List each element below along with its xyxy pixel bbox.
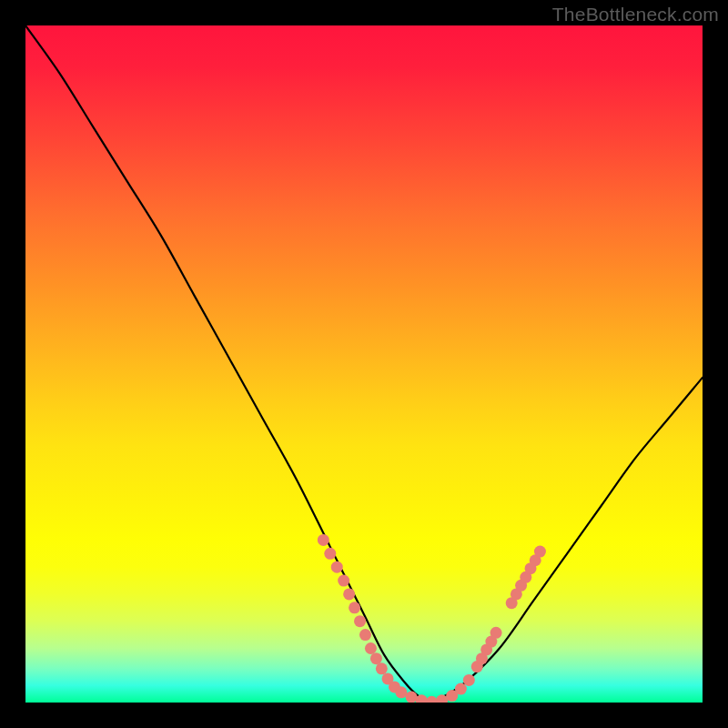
highlight-markers	[318, 534, 546, 703]
highlight-dot	[395, 686, 407, 698]
highlight-dot	[349, 602, 360, 613]
highlight-dot	[476, 652, 488, 664]
highlight-dot	[471, 661, 483, 672]
highlight-dot	[318, 534, 329, 546]
highlight-dot	[485, 636, 497, 648]
highlight-dot	[515, 580, 527, 592]
highlight-dot	[480, 643, 492, 655]
highlight-dot	[382, 672, 394, 684]
watermark-text: TheBottleneck.com	[552, 4, 719, 25]
highlight-dot	[534, 546, 546, 558]
highlight-dot	[463, 674, 475, 686]
highlight-dot	[389, 681, 400, 693]
highlight-dot	[446, 690, 458, 702]
chart-svg	[25, 25, 703, 703]
highlight-dot	[520, 571, 531, 583]
highlight-dot	[416, 694, 428, 703]
highlight-dot	[370, 652, 382, 664]
highlight-dot	[343, 588, 355, 600]
highlight-dot	[354, 615, 366, 627]
highlight-dot	[426, 696, 438, 703]
highlight-dot	[365, 642, 377, 654]
highlight-dot	[455, 683, 467, 695]
highlight-dot	[338, 575, 349, 587]
highlight-dot	[436, 694, 448, 703]
chart-plot-area	[25, 25, 703, 703]
highlight-dot	[530, 554, 541, 566]
highlight-dot	[525, 562, 537, 574]
highlight-dot	[406, 692, 418, 703]
highlight-dot	[376, 662, 388, 674]
highlight-dot	[359, 629, 371, 641]
highlight-dot	[506, 597, 518, 609]
highlight-dot	[511, 588, 522, 600]
highlight-dot	[324, 548, 336, 560]
bottleneck-curve-path	[25, 25, 703, 703]
highlight-dot	[490, 627, 502, 639]
highlight-dot	[331, 561, 343, 573]
